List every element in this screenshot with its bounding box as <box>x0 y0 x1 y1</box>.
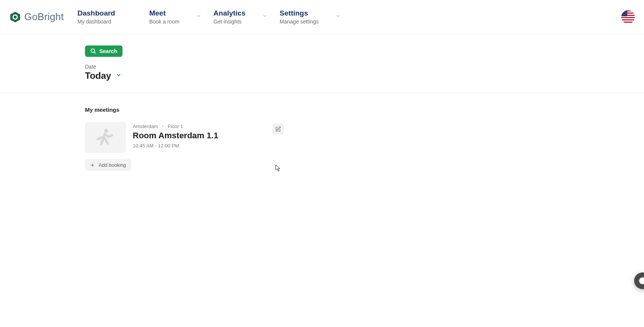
svg-line-13 <box>94 52 96 53</box>
my-meetings-title: My meetings <box>85 106 288 113</box>
nav-analytics[interactable]: Analytics Get insights <box>214 9 280 25</box>
svg-point-2 <box>14 16 17 19</box>
nav-subtitle: Manage settings <box>280 19 319 25</box>
nav-dashboard[interactable]: Dashboard My dashboard <box>77 9 149 25</box>
add-booking-button[interactable]: Add booking <box>85 159 131 171</box>
chevron-down-icon <box>116 72 122 80</box>
svg-rect-9 <box>621 19 635 20</box>
breadcrumb: Amsterdam Floor 1 <box>133 124 218 129</box>
filter-bar: Search Date Today <box>0 34 644 93</box>
search-button[interactable]: Search <box>85 45 123 57</box>
chevron-down-icon <box>262 13 267 20</box>
brand-logo[interactable]: GoBright <box>9 11 64 23</box>
logo-hex-icon <box>9 11 21 23</box>
chevron-right-icon <box>161 124 165 129</box>
chevron-down-icon <box>196 13 201 20</box>
svg-rect-5 <box>621 10 635 11</box>
svg-rect-8 <box>621 17 635 18</box>
nav-subtitle: My dashboard <box>77 19 115 25</box>
brand-name: GoBright <box>24 11 64 23</box>
date-label: Date <box>85 64 644 70</box>
person-running-icon <box>93 127 118 148</box>
breadcrumb-item: Amsterdam <box>133 124 158 129</box>
breadcrumb-item: Floor 1 <box>168 124 183 129</box>
main-content: My meetings Amsterdam Floor 1 Room Amste… <box>0 93 288 171</box>
chevron-down-icon <box>335 13 341 20</box>
date-selector[interactable]: Today <box>85 70 122 81</box>
meeting-info: Amsterdam Floor 1 Room Amsterdam 1.1 10:… <box>133 122 218 149</box>
help-widget[interactable] <box>634 272 644 289</box>
nav-title: Dashboard <box>77 9 115 18</box>
main-nav: Dashboard My dashboard Meet Book a room … <box>77 9 353 25</box>
nav-title: Settings <box>280 9 319 18</box>
nav-settings[interactable]: Settings Manage settings <box>280 9 353 25</box>
flag-us-icon <box>621 10 635 24</box>
date-value: Today <box>85 70 111 81</box>
meeting-card[interactable]: Amsterdam Floor 1 Room Amsterdam 1.1 10:… <box>85 122 284 153</box>
plus-icon <box>90 163 95 167</box>
svg-rect-10 <box>621 22 635 23</box>
room-name: Room Amsterdam 1.1 <box>133 131 218 141</box>
meeting-time-range: 10:45 AM - 12:00 PM <box>133 143 218 149</box>
svg-point-14 <box>104 129 108 133</box>
svg-rect-11 <box>621 10 627 16</box>
meeting-thumbnail <box>85 122 126 153</box>
nav-subtitle: Get insights <box>214 19 245 25</box>
date-filter: Date Today <box>85 64 644 81</box>
language-flag-us[interactable] <box>621 10 635 24</box>
search-icon <box>90 48 96 54</box>
search-label: Search <box>99 48 117 54</box>
nav-title: Analytics <box>214 9 245 18</box>
edit-meeting-button[interactable] <box>272 124 284 135</box>
nav-title: Meet <box>149 9 179 18</box>
add-booking-label: Add booking <box>99 162 126 168</box>
header: GoBright Dashboard My dashboard Meet Boo… <box>0 0 644 34</box>
svg-point-12 <box>91 49 94 52</box>
edit-icon <box>275 126 281 132</box>
nav-subtitle: Book a room <box>149 19 179 25</box>
nav-meet[interactable]: Meet Book a room <box>149 9 213 25</box>
